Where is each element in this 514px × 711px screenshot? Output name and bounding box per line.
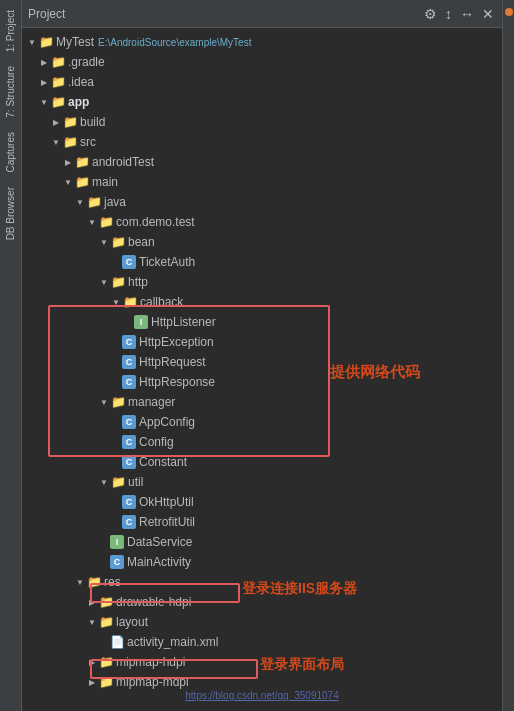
folder-icon: 📁 <box>111 477 125 488</box>
class-c-icon: C <box>110 555 124 569</box>
tree-item-com-demo-test[interactable]: 📁 com.demo.test <box>22 212 502 232</box>
left-tabs: 1: Project 7: Structure Captures DB Brow… <box>0 0 22 711</box>
tree-item-build[interactable]: 📁 build <box>22 112 502 132</box>
item-label: bean <box>128 235 155 249</box>
item-label: MyTest <box>56 35 94 49</box>
item-label: http <box>128 275 148 289</box>
tree-item-config[interactable]: C Config <box>22 432 502 452</box>
class-c-icon: C <box>122 335 136 349</box>
sidebar-item-captures[interactable]: Captures <box>3 126 18 179</box>
arrow-icon <box>50 136 62 148</box>
class-c-icon: C <box>122 435 136 449</box>
item-label: mipmap-hdpi <box>116 655 185 669</box>
right-gutter <box>502 0 514 711</box>
arrow-icon <box>50 116 62 128</box>
sidebar-item-structure[interactable]: 7: Structure <box>3 60 18 124</box>
toolbar: Project ⚙ ↕ ↔ ✕ <box>22 0 502 28</box>
tree-item-layout[interactable]: 📁 layout <box>22 612 502 632</box>
item-label: main <box>92 175 118 189</box>
class-c-icon: C <box>122 515 136 529</box>
arrow-icon <box>38 76 50 88</box>
item-label: .gradle <box>68 55 105 69</box>
folder-icon: 📁 <box>99 677 113 688</box>
gutter-marker <box>505 8 513 16</box>
tree-item-httplistener[interactable]: I HttpListener <box>22 312 502 332</box>
layout-icon[interactable]: ↔ <box>458 4 476 24</box>
item-label: Config <box>139 435 174 449</box>
sidebar-item-project[interactable]: 1: Project <box>3 4 18 58</box>
sidebar-item-db-browser[interactable]: DB Browser <box>3 181 18 246</box>
arrow-icon <box>86 656 98 668</box>
class-i-icon: I <box>134 315 148 329</box>
tree-item-util[interactable]: 📁 util <box>22 472 502 492</box>
item-label: build <box>80 115 105 129</box>
item-label: .idea <box>68 75 94 89</box>
tree-item-httpexception[interactable]: C HttpException <box>22 332 502 352</box>
main-content: Project ⚙ ↕ ↔ ✕ 📁 MyTest E:\AndroidSourc… <box>22 0 502 711</box>
item-label: MainActivity <box>127 555 191 569</box>
sort-icon[interactable]: ↕ <box>443 4 454 24</box>
arrow-icon <box>98 396 110 408</box>
arrow-icon <box>86 676 98 688</box>
item-label: TicketAuth <box>139 255 195 269</box>
project-panel[interactable]: 📁 MyTest E:\AndroidSource\example\MyTest… <box>22 28 502 711</box>
item-label: HttpResponse <box>139 375 215 389</box>
tree-item-bean[interactable]: 📁 bean <box>22 232 502 252</box>
tree-item-constant[interactable]: C Constant <box>22 452 502 472</box>
tree-item-retrofitutil[interactable]: C RetrofitUtil <box>22 512 502 532</box>
item-label: app <box>68 95 89 109</box>
tree-item-idea[interactable]: 📁 .idea <box>22 72 502 92</box>
tree-item-appconfig[interactable]: C AppConfig <box>22 412 502 432</box>
settings-icon[interactable]: ⚙ <box>422 4 439 24</box>
tree-item-manager[interactable]: 📁 manager <box>22 392 502 412</box>
tree-item-ticketauth[interactable]: C TicketAuth <box>22 252 502 272</box>
path-label: E:\AndroidSource\example\MyTest <box>98 37 251 48</box>
folder-icon: 📁 <box>99 617 113 628</box>
tree-item-httpresponse[interactable]: C HttpResponse <box>22 372 502 392</box>
arrow-icon <box>110 296 122 308</box>
class-c-icon: C <box>122 375 136 389</box>
close-icon[interactable]: ✕ <box>480 4 496 24</box>
folder-icon: 📁 <box>87 197 101 208</box>
arrow-icon <box>86 616 98 628</box>
folder-icon: 📁 <box>63 137 77 148</box>
folder-icon: 📁 <box>63 117 77 128</box>
tree-item-callback[interactable]: 📁 callback <box>22 292 502 312</box>
folder-icon: 📁 <box>51 97 65 108</box>
tree-item-http[interactable]: 📁 http <box>22 272 502 292</box>
item-label: layout <box>116 615 148 629</box>
arrow-icon <box>26 36 38 48</box>
arrow-icon <box>74 576 86 588</box>
arrow-icon <box>98 276 110 288</box>
item-label: src <box>80 135 96 149</box>
folder-icon: 📁 <box>99 657 113 668</box>
folder-icon: 📁 <box>87 577 101 588</box>
tree-item-mytest[interactable]: 📁 MyTest E:\AndroidSource\example\MyTest <box>22 32 502 52</box>
tree-item-mipmap-hdpi[interactable]: 📁 mipmap-hdpi <box>22 652 502 672</box>
item-label: java <box>104 195 126 209</box>
tree-item-httprequest[interactable]: C HttpRequest <box>22 352 502 372</box>
tree-item-gradle[interactable]: 📁 .gradle <box>22 52 502 72</box>
tree-item-res[interactable]: 📁 res <box>22 572 502 592</box>
tree-item-androidtest[interactable]: 📁 androidTest <box>22 152 502 172</box>
tree-item-dataservice[interactable]: I DataService <box>22 532 502 552</box>
item-label: RetrofitUtil <box>139 515 195 529</box>
tree-item-src[interactable]: 📁 src <box>22 132 502 152</box>
tree-item-app[interactable]: 📁 app <box>22 92 502 112</box>
arrow-icon <box>86 596 98 608</box>
tree-item-drawable-hdpi[interactable]: 📁 drawable-hdpi <box>22 592 502 612</box>
arrow-icon <box>62 176 74 188</box>
tree-item-mainactivity[interactable]: C MainActivity <box>22 552 502 572</box>
tree-item-main[interactable]: 📁 main <box>22 172 502 192</box>
arrow-icon <box>74 196 86 208</box>
item-label: OkHttpUtil <box>139 495 194 509</box>
item-label: HttpRequest <box>139 355 206 369</box>
folder-icon: 📁 <box>51 57 65 68</box>
item-label: util <box>128 475 143 489</box>
folder-icon: 📁 <box>111 277 125 288</box>
tree-item-activity-main-xml[interactable]: 📄 activity_main.xml <box>22 632 502 652</box>
tree-item-java[interactable]: 📁 java <box>22 192 502 212</box>
tree-item-mipmap-mdpi[interactable]: 📁 mipmap-mdpi <box>22 672 502 692</box>
tree-item-okhttputil[interactable]: C OkHttpUtil <box>22 492 502 512</box>
watermark: https://blog.csdn.net/qq_35091074 <box>185 690 338 701</box>
